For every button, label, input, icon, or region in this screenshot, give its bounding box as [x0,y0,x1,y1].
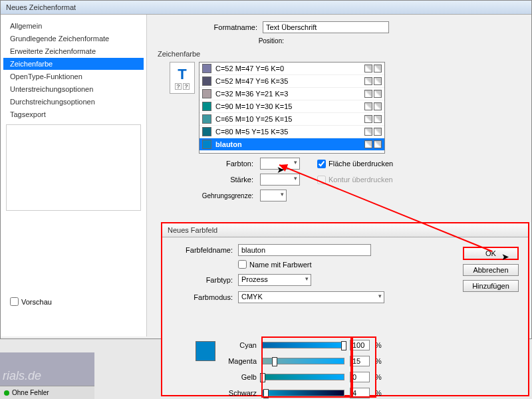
magenta-label: Magenta [219,357,257,365]
dialog-buttons: OK Abbrechen Hinzufügen [463,247,519,292]
ok-button[interactable]: OK [463,247,519,260]
section-label: Zeichenfarbe [158,50,522,58]
swatch-label: C=52 M=47 Y=6 K=0 [215,65,284,72]
staerke-label: Stärke: [196,176,256,184]
sidebar-item-durchstreichung[interactable]: Durchstreichungsoptionen [3,96,144,108]
name-mit-farbwert-label: Name mit Farbwert [249,261,312,269]
sidebar-item-allgemein[interactable]: Allgemein [3,20,144,32]
sidebar-item-grundlegende[interactable]: Grundlegende Zeichenformate [3,33,144,45]
kontur-label: Kontur überdrucken [329,176,393,184]
position-label: Position: [156,37,289,45]
magenta-slider[interactable] [262,358,344,364]
farbton-label: Farbton: [196,160,256,168]
preview-checkbox[interactable] [10,297,19,306]
new-swatch-dialog: Neues Farbfeld Farbfeldname: Name mit Fa… [161,222,529,396]
swatch-icon [202,89,211,98]
swatch-type-icons [364,102,382,110]
swatch-list[interactable]: C=52 M=47 Y=6 K=0 C=52 M=47 Y=6 K=35 C=3… [199,62,385,154]
farbtyp-dropdown[interactable]: Prozess [238,274,311,286]
watermark: rials.de [0,352,94,386]
swatch-type-icons [364,77,382,85]
schwarz-value[interactable] [350,388,370,398]
swatch-row[interactable]: C=90 M=10 Y=30 K=15 [200,100,384,113]
swatch-row[interactable]: C=65 M=10 Y=25 K=15 [200,113,384,126]
sidebar-item-tagsexport[interactable]: Tagsexport [3,108,144,120]
farbmodus-label: Farbmodus: [178,293,238,301]
cyan-label: Cyan [219,341,257,349]
swatch-row[interactable]: C=32 M=36 Y=21 K=3 [200,88,384,100]
swatch-type-icons [364,90,382,98]
sidebar-item-zeichenfarbe[interactable]: Zeichenfarbe [3,58,144,70]
formatname-input[interactable] [263,21,389,33]
formatname-label: Formatname: [156,23,263,31]
pct-label: % [375,389,382,397]
swatch-icon [202,76,211,86]
swatch-label: C=90 M=10 Y=30 K=15 [215,102,292,110]
swatch-type-icons [364,65,382,72]
cmyk-sliders: Cyan % Magenta % Gelb % Schwarz % [219,338,382,399]
sidebar-item-unterstreichung[interactable]: Unterstreichungsoptionen [3,83,144,95]
pct-label: % [375,373,382,381]
farbfeldname-label: Farbfeldname: [178,246,238,254]
staerke-dropdown[interactable] [260,174,300,186]
status-bar: Ohne Fehler [0,386,94,399]
sidebar-preview-box [6,124,141,211]
swatch-label: C=52 M=47 Y=6 K=35 [215,77,288,85]
magenta-value[interactable] [350,356,370,366]
sidebar: Allgemein Grundlegende Zeichenformate Er… [1,15,147,336]
schwarz-slider[interactable] [262,390,344,396]
color-preview-swatch [196,341,215,361]
swatch-label: C=32 M=36 Y=21 K=3 [215,90,288,98]
swatch-row[interactable]: C=80 M=5 Y=15 K=35 [200,126,384,138]
kontur-checkbox [317,176,326,184]
farbmodus-dropdown[interactable]: CMYK [238,291,384,303]
cyan-value[interactable] [350,340,370,350]
swatch-type-icons [364,140,382,148]
swatch-type-icons [364,128,382,136]
swatch-label: blauton [215,140,242,148]
gelb-value[interactable] [350,372,370,382]
swatch-label: C=80 M=5 Y=15 K=35 [215,128,288,136]
preview-label: Vorschau [21,298,52,306]
swatch-icon [202,64,211,73]
farbton-dropdown[interactable] [260,158,300,170]
status-text: Ohne Fehler [12,389,49,396]
pct-label: % [375,357,382,365]
gehrung-label: Gehrungsgrenze: [196,192,256,200]
swatch-icon [202,140,211,149]
swatch-row[interactable]: C=52 M=47 Y=6 K=35 [200,75,384,88]
flaeche-label: Fläche überdrucken [329,160,393,168]
flaeche-checkbox[interactable] [317,160,326,168]
pct-label: % [375,341,382,349]
swatch-type-icons [364,115,382,123]
gehrung-dropdown[interactable] [260,190,287,201]
swatch-row-selected[interactable]: blauton [200,138,384,151]
add-button[interactable]: Hinzufügen [463,280,519,292]
gelb-slider[interactable] [262,374,344,380]
swatch-row[interactable]: C=52 M=47 Y=6 K=0 [200,63,384,75]
main-titlebar: Neues Zeichenformat [1,1,531,15]
swatch-icon [202,114,211,124]
cancel-button[interactable]: Abbrechen [463,264,519,276]
swatch-icon [202,127,211,136]
farbtyp-label: Farbtyp: [178,276,238,284]
farbfeldname-input[interactable] [238,244,371,256]
color-panel: T?? C=52 M=47 Y=6 K=0 C=52 M=47 Y=6 K=35… [156,62,522,154]
sidebar-item-erweiterte[interactable]: Erweiterte Zeichenformate [3,45,144,57]
status-dot-icon [4,390,9,396]
text-preview-icon: T?? [170,62,195,94]
gelb-label: Gelb [219,373,257,381]
sidebar-item-opentype[interactable]: OpenType-Funktionen [3,70,144,82]
name-mit-farbwert-checkbox[interactable] [238,260,247,269]
schwarz-label: Schwarz [219,389,257,397]
swatch-label: C=65 M=10 Y=25 K=15 [215,115,292,123]
preview-checkbox-row: Vorschau [10,297,144,306]
dialog-titlebar: Neues Farbfeld [162,223,528,237]
cyan-slider[interactable] [262,342,344,348]
swatch-icon [202,102,211,111]
